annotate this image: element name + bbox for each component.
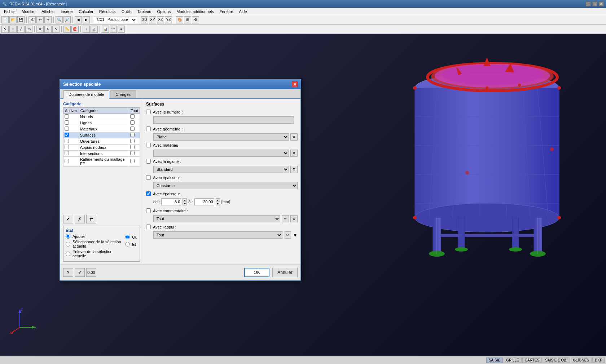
appui-settings-btn[interactable]: ⚙	[284, 231, 291, 239]
menu-outils[interactable]: Outils	[119, 8, 134, 15]
snap-btn[interactable]: 🧲	[71, 26, 79, 33]
surface-btn[interactable]: ▭	[25, 26, 32, 33]
zoom-in-button[interactable]: 🔍	[56, 16, 63, 23]
check-materiaux[interactable]	[65, 126, 69, 131]
check-epaisseur2[interactable]	[146, 191, 151, 196]
load-btn[interactable]: ↓	[83, 26, 90, 33]
menu-modules[interactable]: Modules additionnels	[174, 8, 216, 15]
combo-materiau[interactable]	[153, 150, 289, 157]
check-raffinements[interactable]	[65, 159, 69, 163]
tout-materiaux[interactable]	[130, 126, 135, 131]
help-button[interactable]: ?	[63, 268, 73, 277]
tout-intersections[interactable]	[130, 151, 135, 155]
check-rigidite[interactable]	[146, 159, 151, 164]
check-ouvertures[interactable]	[65, 139, 69, 143]
menu-inserer[interactable]: Insérer	[58, 8, 75, 15]
check-lignes[interactable]	[65, 120, 69, 125]
main-viewport[interactable]: z y x Sélection spéciale ✕ Données de mo…	[0, 34, 606, 356]
spin-from-down[interactable]: ▼	[183, 202, 187, 205]
results-btn[interactable]: 📊	[102, 26, 109, 33]
spin-to-down[interactable]: ▼	[216, 202, 220, 205]
maximize-button[interactable]: □	[592, 1, 597, 6]
check-surfaces[interactable]	[65, 133, 69, 137]
status-grille[interactable]: GRILLE	[504, 358, 522, 363]
radio-ou[interactable]	[125, 235, 130, 239]
tout-ouvertures[interactable]	[130, 139, 135, 143]
check-materiau[interactable]	[146, 143, 151, 147]
scale-btn[interactable]: ⤡	[52, 26, 60, 33]
range-to-input[interactable]	[194, 198, 214, 205]
nav-next[interactable]: ▶	[83, 16, 90, 23]
nav-prev[interactable]: ◀	[75, 16, 82, 23]
check-commentaire[interactable]	[146, 208, 151, 213]
new-button[interactable]: 📄	[1, 16, 9, 23]
range-from-input[interactable]	[161, 198, 181, 205]
menu-calculer[interactable]: Calculer	[76, 8, 96, 15]
view-3d[interactable]: 3D	[141, 16, 148, 23]
zoom-out-button[interactable]: 🔎	[63, 16, 71, 23]
value-button[interactable]: 0.00	[86, 268, 96, 277]
status-saisie[interactable]: SAISIE	[486, 358, 503, 363]
tout-raffinements[interactable]	[130, 159, 135, 163]
menu-resultats[interactable]: Résultats	[97, 8, 118, 15]
grid-btn[interactable]: ⊞	[184, 16, 191, 23]
combo-geometrie[interactable]: Plane	[153, 133, 289, 141]
view-xz[interactable]: XZ	[157, 16, 164, 23]
load-case-combo[interactable]: CC1 - Poids propre	[94, 17, 137, 23]
check-geometrie[interactable]	[146, 126, 151, 131]
rotate-btn[interactable]: ↻	[44, 26, 52, 33]
print-button[interactable]: 🖨	[28, 16, 36, 23]
tout-lignes[interactable]	[130, 120, 135, 125]
close-button[interactable]: ✕	[599, 1, 604, 6]
tout-appuis[interactable]	[130, 145, 135, 149]
tab-charges[interactable]: Charges	[110, 90, 136, 98]
ok-button[interactable]: OK	[244, 268, 269, 277]
check-appui[interactable]	[146, 225, 151, 229]
minimize-button[interactable]: ─	[586, 1, 591, 6]
check-epaisseur1[interactable]	[146, 175, 151, 180]
combo-appui[interactable]: Tout	[153, 231, 282, 239]
menu-modifier[interactable]: Modifier	[19, 8, 38, 15]
combo-epaisseur1[interactable]: Constante	[153, 182, 298, 189]
redo-button[interactable]: ↪	[44, 16, 52, 23]
deform-btn[interactable]: 〰	[110, 26, 117, 33]
combo-rigidite[interactable]: Standard	[153, 166, 289, 173]
check-noeuds[interactable]	[65, 114, 69, 119]
view-xy[interactable]: XY	[149, 16, 156, 23]
menu-fenetre[interactable]: Fenêtre	[217, 8, 236, 15]
dialog-close-button[interactable]: ✕	[292, 81, 298, 87]
check-button[interactable]: ✔	[75, 268, 85, 277]
render-btn[interactable]: 🎨	[176, 16, 183, 23]
line-btn[interactable]: ╱	[17, 26, 25, 33]
check-numero[interactable]	[146, 110, 151, 114]
radio-sel[interactable]	[66, 242, 70, 247]
radio-et[interactable]	[125, 242, 130, 247]
invert-button[interactable]: ⇄	[86, 215, 96, 223]
3d-viewport[interactable]: z y x Sélection spéciale ✕ Données de mo…	[0, 34, 606, 356]
check-appuis[interactable]	[65, 145, 69, 149]
commentaire-edit-btn[interactable]: ✏	[282, 215, 289, 222]
menu-afficher[interactable]: Afficher	[39, 8, 57, 15]
undo-button[interactable]: ↩	[36, 16, 44, 23]
status-saisie-ob[interactable]: SAISIE D'OB.	[543, 358, 570, 363]
commentaire-settings-btn[interactable]: ⚙	[290, 215, 298, 222]
spin-to-up[interactable]: ▲	[216, 198, 220, 202]
status-glignes[interactable]: GLIGNES	[571, 358, 592, 363]
tout-noeuds[interactable]	[130, 114, 135, 119]
select-all-button[interactable]: ✔	[63, 215, 73, 223]
input-numero[interactable]	[153, 116, 294, 124]
spin-from-up[interactable]: ▲	[183, 198, 187, 202]
menu-options[interactable]: Options	[154, 8, 173, 15]
status-cartes[interactable]: CARTES	[522, 358, 542, 363]
save-button[interactable]: 💾	[17, 16, 25, 23]
tab-donnees-modele[interactable]: Données de modèle	[63, 90, 109, 99]
tout-surfaces[interactable]	[130, 133, 135, 137]
cancel-button[interactable]: Annuler	[272, 268, 298, 277]
deselect-button[interactable]: ✗	[75, 215, 85, 223]
view-yz[interactable]: YZ	[165, 16, 172, 23]
rigidite-combo-btn[interactable]: ⚙	[290, 166, 298, 173]
measure-btn[interactable]: 📏	[63, 26, 71, 33]
select-btn[interactable]: ↖	[1, 26, 9, 33]
materiau-combo-btn[interactable]: ⚙	[290, 150, 298, 157]
menu-fichier[interactable]: Fichier	[1, 8, 18, 15]
